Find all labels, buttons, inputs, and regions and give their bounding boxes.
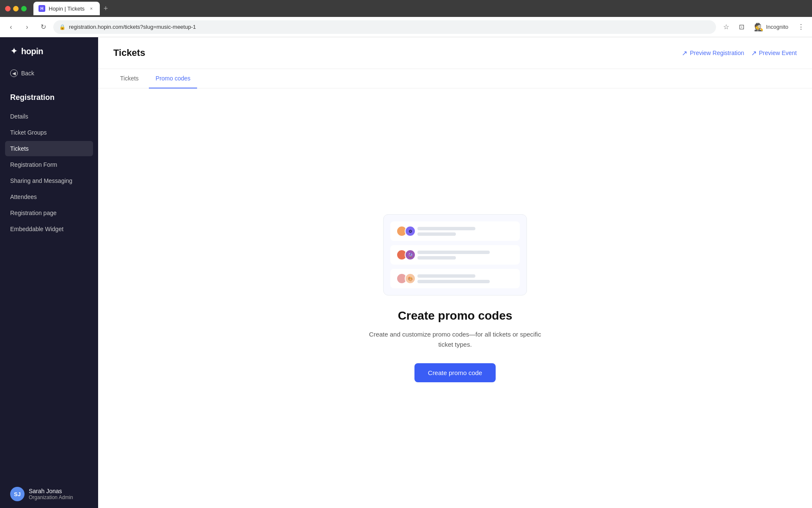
sidebar-nav: Details Ticket Groups Tickets Registrati… <box>0 109 98 237</box>
sidebar-user-area: SJ Sarah Jonas Organization Admin <box>0 480 98 508</box>
browser-actions: ☆ ⊡ 🕵 Incognito ⋮ <box>720 21 807 33</box>
placeholder-bar <box>417 256 456 260</box>
address-bar-row: ‹ › ↻ 🔒 registration.hopin.com/tickets?s… <box>0 17 812 37</box>
promo-illustration: ⚙ 🔮 <box>383 214 527 295</box>
sidebar-item-tickets-label: Tickets <box>10 145 29 152</box>
promo-illustration-row-1: ⚙ <box>390 221 520 241</box>
sidebar-item-details-label: Details <box>10 113 28 120</box>
sidebar-item-details[interactable]: Details <box>5 109 93 124</box>
nav-refresh-button[interactable]: ↻ <box>37 21 49 33</box>
placeholder-bar <box>417 274 475 278</box>
sidebar-item-registration-form-label: Registration Form <box>10 161 57 168</box>
tab-promo-codes-label: Promo codes <box>156 75 190 82</box>
tab-favicon: H <box>38 5 45 12</box>
sidebar-section-title: Registration <box>0 90 98 109</box>
preview-event-icon: ↗ <box>751 49 757 57</box>
promo-codes-content: ⚙ 🔮 <box>98 88 812 508</box>
sidebar-item-attendees-label: Attendees <box>10 193 37 200</box>
tab-tickets[interactable]: Tickets <box>113 69 145 88</box>
maximize-traffic-light[interactable] <box>21 6 27 11</box>
header-actions: ↗ Preview Registration ↗ Preview Event <box>682 49 797 57</box>
app-container: ✦ hopin ◀ Back Registration Details Tick… <box>0 37 812 508</box>
user-info: Sarah Jonas Organization Admin <box>29 488 73 500</box>
address-bar[interactable]: 🔒 registration.hopin.com/tickets?slug=mu… <box>53 20 716 34</box>
sidebar-logo: ✦ hopin <box>0 37 98 65</box>
preview-event-label: Preview Event <box>759 50 797 56</box>
hopin-logo-text: hopin <box>21 47 43 56</box>
new-tab-button[interactable]: + <box>100 3 112 14</box>
promo-row-2-content <box>417 251 514 260</box>
sidebar: ✦ hopin ◀ Back Registration Details Tick… <box>0 37 98 508</box>
hopin-logo-icon: ✦ <box>10 46 18 57</box>
promo-illustration-row-3: 🎨 <box>390 269 520 288</box>
main-content: Tickets ↗ Preview Registration ↗ Preview… <box>98 37 812 508</box>
tab-bar: H Hopin | Tickets × + <box>33 2 807 15</box>
tabs-container: Tickets Promo codes <box>98 69 812 88</box>
placeholder-bar <box>417 227 475 230</box>
sidebar-item-ticket-groups[interactable]: Ticket Groups <box>5 125 93 140</box>
promo-text-content: Create promo codes Create and customize … <box>366 309 544 350</box>
preview-registration-label: Preview Registration <box>690 50 744 56</box>
nav-forward-button[interactable]: › <box>21 21 33 33</box>
sidebar-item-ticket-groups-label: Ticket Groups <box>10 129 47 136</box>
sidebar-item-sharing-messaging-label: Sharing and Messaging <box>10 177 72 184</box>
close-traffic-light[interactable] <box>5 6 11 11</box>
back-button[interactable]: ◀ Back <box>0 65 98 81</box>
avatar-group-3: 🎨 <box>396 273 413 284</box>
placeholder-bar <box>417 280 490 283</box>
minimize-traffic-light[interactable] <box>13 6 19 11</box>
traffic-lights <box>5 6 27 11</box>
url-text: registration.hopin.com/tickets?slug=musi… <box>69 24 196 30</box>
avatar-group-2: 🔮 <box>396 249 413 260</box>
browser-tab[interactable]: H Hopin | Tickets × <box>33 2 100 15</box>
browser-menu-button[interactable]: ⋮ <box>795 21 807 33</box>
user-name: Sarah Jonas <box>29 488 73 494</box>
sidebar-item-registration-page[interactable]: Registration page <box>5 205 93 221</box>
user-avatar: SJ <box>10 487 25 501</box>
sidebar-item-registration-form[interactable]: Registration Form <box>5 157 93 172</box>
page-title: Tickets <box>113 47 145 58</box>
preview-registration-link[interactable]: ↗ Preview Registration <box>682 49 744 57</box>
incognito-label: Incognito <box>766 24 788 30</box>
split-view-button[interactable]: ⊡ <box>735 21 747 33</box>
promo-codes-heading: Create promo codes <box>366 309 544 323</box>
avatar-group-1: ⚙ <box>396 226 413 237</box>
promo-illustration-row-2: 🔮 <box>390 245 520 265</box>
incognito-icon: 🕵 <box>754 22 763 32</box>
preview-registration-icon: ↗ <box>682 49 687 57</box>
promo-codes-description: Create and customize promo codes—for all… <box>366 329 544 350</box>
nav-back-button[interactable]: ‹ <box>5 21 17 33</box>
back-icon: ◀ <box>10 69 18 77</box>
promo-row-3-content <box>417 274 514 283</box>
sidebar-item-registration-page-label: Registration page <box>10 210 57 216</box>
tab-title: Hopin | Tickets <box>49 6 85 12</box>
browser-window: H Hopin | Tickets × + ‹ › ↻ 🔒 registrati… <box>0 0 812 508</box>
preview-event-link[interactable]: ↗ Preview Event <box>751 49 797 57</box>
sidebar-item-tickets[interactable]: Tickets <box>5 141 93 156</box>
user-role: Organization Admin <box>29 494 73 500</box>
tab-promo-codes[interactable]: Promo codes <box>149 69 197 88</box>
tab-tickets-label: Tickets <box>120 75 139 82</box>
lock-icon: 🔒 <box>59 24 66 30</box>
placeholder-bar <box>417 232 456 236</box>
title-bar: H Hopin | Tickets × + <box>0 0 812 17</box>
incognito-badge: 🕵 Incognito <box>751 21 792 33</box>
create-promo-code-button[interactable]: Create promo code <box>414 363 496 382</box>
main-header: Tickets ↗ Preview Registration ↗ Preview… <box>98 37 812 69</box>
sidebar-item-sharing-messaging[interactable]: Sharing and Messaging <box>5 173 93 188</box>
mini-avatar-4: 🔮 <box>405 249 416 260</box>
sidebar-item-embeddable-widget[interactable]: Embeddable Widget <box>5 221 93 237</box>
sidebar-item-embeddable-widget-label: Embeddable Widget <box>10 226 63 232</box>
mini-avatar-6: 🎨 <box>405 273 416 284</box>
placeholder-bar <box>417 251 490 254</box>
mini-avatar-2: ⚙ <box>405 226 416 237</box>
sidebar-item-attendees[interactable]: Attendees <box>5 189 93 204</box>
promo-row-1-content <box>417 227 514 236</box>
tab-close-button[interactable]: × <box>88 5 95 12</box>
back-label: Back <box>21 70 34 77</box>
bookmark-button[interactable]: ☆ <box>720 21 732 33</box>
